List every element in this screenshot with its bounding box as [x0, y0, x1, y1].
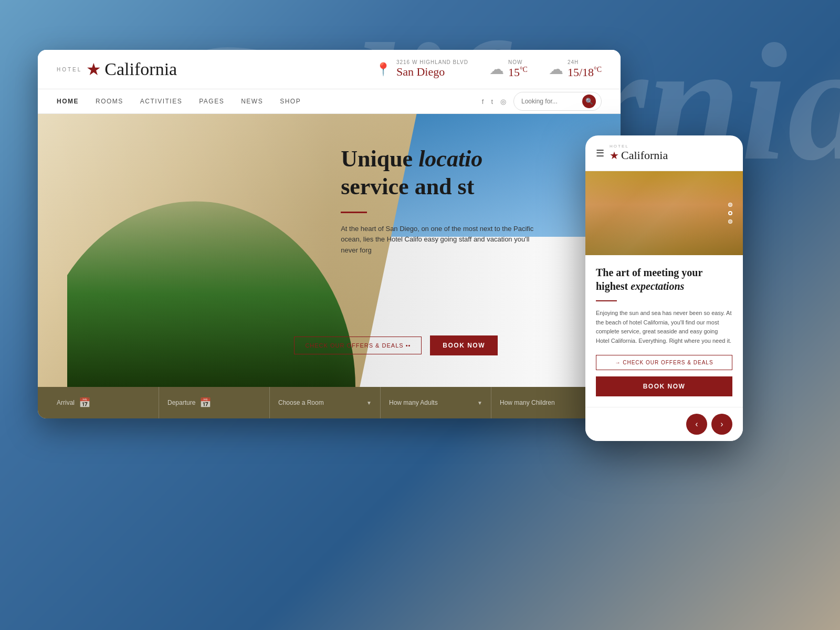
- hero-description: At the heart of San Diego, on one of the…: [341, 224, 540, 256]
- search-bar[interactable]: 🔍: [513, 92, 602, 111]
- weather-now-label: NOW: [508, 59, 528, 65]
- nav-item-rooms[interactable]: ROOMS: [96, 89, 123, 113]
- nav-link-home[interactable]: HOME: [57, 89, 79, 113]
- mobile-hotel-label: HOTEL: [610, 144, 668, 149]
- nav-right: f t ◎ 🔍: [482, 92, 602, 111]
- children-select[interactable]: How many Children 0 Children 1 Child 2 C…: [500, 399, 584, 406]
- nav-link-news[interactable]: NEWS: [241, 89, 263, 113]
- departure-label: Departure: [167, 399, 195, 406]
- weather-24h-block: ☁ 24H 15/18°C: [549, 59, 602, 79]
- weather-24h-info: 24H 15/18°C: [568, 59, 602, 79]
- logo-main: ★ California: [86, 59, 177, 79]
- nav-bar: HOME ROOMS ACTIVITIES PAGES NEWS SHOP f …: [38, 89, 621, 114]
- nav-link-pages[interactable]: PAGES: [199, 89, 224, 113]
- mobile-next-button[interactable]: ›: [711, 414, 732, 435]
- weather-24h-temp: 15/18°C: [568, 66, 602, 79]
- hero-title-text2: service and st: [341, 174, 474, 200]
- nav-item-activities[interactable]: ACTIVITIES: [140, 89, 182, 113]
- slider-dot-3[interactable]: [728, 219, 732, 224]
- adults-chevron-icon: ▼: [477, 400, 482, 406]
- room-chevron-icon: ▼: [366, 400, 372, 406]
- hero-title: Unique locatio service and st: [341, 145, 610, 201]
- nav-item-news[interactable]: NEWS: [241, 89, 263, 113]
- nav-link-activities[interactable]: ACTIVITIES: [140, 89, 182, 113]
- hero-buttons: CHECK OUR OFFERS & DEALS •• BOOK NOW: [294, 335, 498, 355]
- nav-link-shop[interactable]: SHOP: [280, 89, 301, 113]
- twitter-icon[interactable]: t: [491, 98, 493, 106]
- arrival-label: Arrival: [57, 399, 75, 406]
- desktop-header: HOTEL ★ California 📍 3216 W HIGHLAND BLV…: [38, 50, 621, 89]
- nav-link-rooms[interactable]: ROOMS: [96, 89, 123, 113]
- room-select[interactable]: Choose a Room Single Room Double Room Su…: [278, 399, 362, 406]
- hotel-label: HOTEL: [57, 67, 82, 72]
- star-icon: ★: [86, 61, 101, 78]
- hero-divider: [341, 212, 367, 213]
- nav-item-home[interactable]: HOME: [57, 89, 79, 113]
- mobile-star-icon: ★: [610, 149, 619, 162]
- logo-california: California: [104, 59, 177, 79]
- mobile-menu-icon[interactable]: ☰: [596, 148, 604, 159]
- departure-calendar-icon: 📅: [200, 397, 211, 408]
- cloud-icon: ☁: [489, 60, 504, 78]
- header-right: 📍 3216 W HIGHLAND BLVD San Diego ☁ NOW 1…: [375, 59, 602, 79]
- hero-title-text1: Unique locatio: [341, 146, 482, 172]
- mobile-hero-image: [585, 171, 743, 255]
- mobile-book-button[interactable]: BOOK NOW: [596, 376, 732, 396]
- mobile-nav-arrows: ‹ ›: [585, 407, 743, 441]
- nav-item-pages[interactable]: PAGES: [199, 89, 224, 113]
- weather-now-temp: 15°C: [508, 66, 528, 79]
- mobile-logo-main: ★ California: [610, 149, 668, 162]
- facebook-icon[interactable]: f: [482, 98, 484, 106]
- mobile-card: ☰ HOTEL ★ California The art of meeting …: [585, 135, 743, 441]
- mobile-hero-bg: [585, 171, 743, 255]
- slider-dots: [728, 203, 732, 224]
- mobile-california: California: [621, 149, 668, 162]
- adults-select-field[interactable]: How many Adults 1 Adult 2 Adults 3 Adult…: [381, 387, 491, 418]
- booking-bar: Arrival 📅 Departure 📅 Choose a Room Sing…: [38, 387, 621, 418]
- nav-item-shop[interactable]: SHOP: [280, 89, 301, 113]
- adults-select[interactable]: How many Adults 1 Adult 2 Adults 3 Adult…: [389, 399, 473, 406]
- slider-dot-1[interactable]: [728, 203, 732, 207]
- location-info: 3216 W HIGHLAND BLVD San Diego: [396, 59, 468, 79]
- room-select-field[interactable]: Choose a Room Single Room Double Room Su…: [270, 387, 381, 418]
- desktop-card: HOTEL ★ California 📍 3216 W HIGHLAND BLV…: [38, 50, 621, 418]
- mobile-content: The art of meeting yourhighest expectati…: [585, 255, 743, 407]
- search-button[interactable]: 🔍: [582, 94, 596, 108]
- location-city: San Diego: [396, 65, 445, 78]
- location-pin-icon: 📍: [375, 62, 391, 77]
- instagram-icon[interactable]: ◎: [500, 98, 506, 106]
- slider-dot-2[interactable]: [728, 211, 732, 215]
- mobile-logo-area: HOTEL ★ California: [610, 144, 668, 162]
- weather-now-info: NOW 15°C: [508, 59, 528, 79]
- mobile-prev-button[interactable]: ‹: [686, 414, 707, 435]
- offers-button[interactable]: CHECK OUR OFFERS & DEALS ••: [294, 337, 422, 354]
- location-address: 3216 W HIGHLAND BLVD: [396, 59, 468, 65]
- mobile-offers-button[interactable]: → CHECK OUR OFFERS & DEALS: [596, 355, 732, 370]
- mobile-description: Enjoying the sun and sea has never been …: [596, 309, 732, 345]
- search-input[interactable]: [521, 98, 579, 105]
- arrival-calendar-icon: 📅: [79, 397, 90, 408]
- location-block: 📍 3216 W HIGHLAND BLVD San Diego: [375, 59, 468, 79]
- hero-content: Unique locatio service and st At the hea…: [341, 145, 610, 256]
- arrival-field[interactable]: Arrival 📅: [57, 387, 159, 418]
- departure-field[interactable]: Departure 📅: [159, 387, 270, 418]
- mobile-title: The art of meeting yourhighest expectati…: [596, 266, 732, 293]
- weather-24h-label: 24H: [568, 59, 602, 65]
- hero-section: Unique locatio service and st At the hea…: [38, 114, 621, 387]
- nav-links: HOME ROOMS ACTIVITIES PAGES NEWS SHOP: [57, 89, 301, 113]
- weather-now-block: ☁ NOW 15°C: [489, 59, 528, 79]
- mobile-header: ☰ HOTEL ★ California: [585, 135, 743, 171]
- cloud-24h-icon: ☁: [549, 60, 563, 78]
- book-now-button[interactable]: BOOK NOW: [430, 335, 498, 355]
- desktop-logo-area: HOTEL ★ California: [57, 59, 177, 79]
- mobile-divider: [596, 300, 617, 301]
